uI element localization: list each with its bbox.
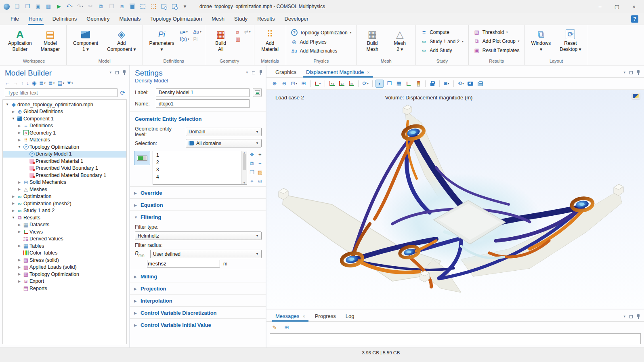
open-table-button[interactable]: ⊞ (283, 323, 291, 331)
environment-reflections-button[interactable]: ◙▾ (443, 80, 451, 88)
add-to-selection-button[interactable]: + (258, 152, 262, 158)
scroll-down-icon[interactable]: ▼ (243, 181, 246, 184)
tree-item-export[interactable]: ▶⧈Export (3, 278, 126, 285)
menu-tab-materials[interactable]: Materials (114, 13, 145, 25)
tree-item-tables[interactable]: ▶▦Tables (3, 242, 126, 250)
panel-pin-icon[interactable] (637, 314, 640, 319)
selection-entry-2[interactable]: 2 (153, 159, 241, 166)
expand-all-button[interactable]: ≣▾ (48, 80, 55, 86)
forward-button[interactable]: → (13, 80, 18, 86)
menu-tab-results[interactable]: Results (252, 13, 279, 25)
cut[interactable]: ✂ (86, 2, 95, 11)
tree-item-optimization[interactable]: ▶∞Optimization (3, 193, 126, 200)
redo[interactable]: ↷▾ (75, 2, 85, 11)
entity-level-dropdown[interactable]: Domain ▼ (186, 128, 262, 136)
view-xz-button[interactable]: xz (347, 80, 355, 88)
view-lock-button[interactable] (428, 80, 436, 88)
tree-collapsed-arrow[interactable]: ▶ (17, 258, 22, 262)
deactivate-selection-button[interactable]: ⊘ (258, 178, 262, 184)
model-tree-node-text-button[interactable]: ▤▾ (57, 80, 64, 86)
section-control-variable-discretization[interactable]: ▶Control Variable Discretization (130, 306, 266, 318)
clear-selection-button[interactable]: ▨ (258, 169, 262, 175)
tree-item-topology-optimization[interactable]: ▶▨Topology Optimization (3, 271, 126, 278)
update-button[interactable]: ⇄▾ (244, 29, 251, 35)
tree-collapsed-arrow[interactable]: ▶ (17, 131, 22, 135)
tree-item-reports[interactable]: ▤Reports (3, 285, 126, 292)
build-all-button[interactable]: ▦BuildAll (208, 27, 233, 54)
run[interactable]: ▶ (54, 2, 64, 11)
panel-menu-icon[interactable]: ▾ (246, 71, 248, 74)
import-button[interactable]: ⧈ (236, 29, 240, 35)
open-file[interactable]: ❒ (23, 2, 32, 11)
filter-radius-dropdown[interactable]: User defined ▼ (150, 250, 262, 258)
close-tab-icon[interactable]: × (302, 314, 305, 319)
tree-item-optimization-mesh2[interactable]: ▶∞Optimization (mesh2) (3, 200, 126, 207)
close-tab-icon[interactable]: × (367, 70, 369, 75)
tree-collapsed-arrow[interactable]: ▶ (10, 202, 16, 205)
panel-float-icon[interactable] (629, 71, 633, 74)
tree-item-derived-values[interactable]: 8.85e-12Derived Values (3, 236, 126, 243)
reset-desktop-button[interactable]: ⟳ResetDesktop ▾ (556, 27, 584, 54)
scene-light-button[interactable]: ◖ (375, 80, 384, 88)
panel-float-icon[interactable] (629, 315, 633, 318)
view-xy-button[interactable]: xy (328, 80, 336, 88)
find-in-model[interactable] (170, 2, 179, 11)
clear-messages-button[interactable]: ✎ (271, 323, 279, 331)
clear-selection-box[interactable] (149, 2, 158, 11)
application-builder-button[interactable]: AApplicationBuilder (5, 27, 35, 54)
find[interactable] (159, 2, 169, 11)
mesh-2-button[interactable]: △Mesh2 ▾ (387, 27, 412, 54)
copy-selection-button[interactable]: ⧉ (250, 160, 254, 166)
panel-menu-icon[interactable]: ▾ (109, 71, 111, 74)
selection-entry-4[interactable]: 4 (153, 174, 241, 181)
new-file[interactable]: ❏ (12, 2, 22, 11)
study-1-and-2-button[interactable]: ∞Study 1 and 2▾ (419, 38, 465, 45)
panel-pin-icon[interactable] (259, 70, 262, 75)
menu-tab-file[interactable]: File (6, 13, 24, 25)
component-1-button[interactable]: Component1 ▾ (70, 27, 101, 54)
tree-collapsed-arrow[interactable]: ▶ (10, 110, 16, 114)
panel-float-icon[interactable] (252, 71, 255, 74)
messages-tab-messages[interactable]: Messages× (271, 311, 310, 321)
selection-entry-1[interactable]: 1 (153, 152, 241, 159)
zoom-to-selection-button[interactable]: ⌖ (250, 178, 253, 184)
zoom-in-button[interactable]: ⊕ (271, 80, 279, 88)
filter-button[interactable]: ▾ (67, 82, 73, 85)
copy[interactable]: ⧉ (96, 2, 106, 11)
remove-from-selection-button[interactable]: − (258, 160, 262, 166)
panel-pin-icon[interactable] (123, 70, 126, 75)
move-up-button[interactable]: ↑ (21, 80, 24, 86)
add-material-button[interactable]: ⠿AddMaterial (258, 27, 283, 54)
tree-collapsed-arrow[interactable]: ▶ (17, 265, 22, 269)
image-snapshot-button[interactable] (466, 80, 474, 88)
save[interactable]: ▣ (33, 2, 43, 11)
tree-filter-input[interactable] (5, 88, 117, 97)
tree-item-prescribed-material-1[interactable]: Prescribed Material 1 (3, 158, 126, 165)
tree-collapsed-arrow[interactable]: ▶ (17, 272, 22, 276)
add-physics-button[interactable]: ⊛Add Physics (289, 38, 353, 46)
tree-item-topology-optimization[interactable]: ▼?Topology Optimization (3, 143, 126, 151)
delete[interactable] (128, 2, 137, 11)
add-mathematics-button[interactable]: ΔuAdd Mathematics (289, 47, 353, 55)
selection-list[interactable]: 1234 ▲ ▼ (153, 151, 247, 185)
filter-radius-input[interactable] (147, 260, 220, 267)
tree-collapsed-arrow[interactable]: ▶ (17, 124, 22, 128)
functions-button[interactable]: f(x)▾ (180, 36, 189, 42)
tree-collapsed-arrow[interactable]: ▶ (10, 209, 16, 213)
tree-item-solid-mechanics[interactable]: ▶⊟Solid Mechanics (3, 179, 126, 186)
tree-item-applied-loads-solid[interactable]: ▶▨Applied Loads (solid) (3, 264, 126, 271)
add-plot-group-button[interactable]: ⧉Add Plot Group▾ (472, 37, 521, 45)
tree-expanded-arrow[interactable]: ▼ (10, 117, 16, 120)
section-milling[interactable]: ▶Milling (130, 270, 266, 282)
collapse-all-button[interactable]: ≣▾ (39, 80, 45, 86)
threshold-button[interactable]: ▧Threshold▾ (472, 28, 521, 36)
virtual-operations-button[interactable]: ▥ (236, 36, 240, 42)
zoom-box-button[interactable]: ⊡▾ (290, 80, 298, 88)
transparency-button[interactable]: ❐ (385, 80, 393, 88)
filter-type-dropdown[interactable]: Helmholtz ▼ (135, 232, 262, 240)
graphics-tab-displacement-magnitude[interactable]: Displacement Magnitude× (301, 67, 375, 77)
tree-expanded-arrow[interactable]: ▼ (4, 103, 10, 106)
tree-item-geometry-1[interactable]: ▶AGeometry 1 (3, 129, 126, 137)
maximize-button[interactable]: ▢ (608, 0, 625, 13)
tree-collapsed-arrow[interactable]: ▶ (10, 195, 16, 198)
